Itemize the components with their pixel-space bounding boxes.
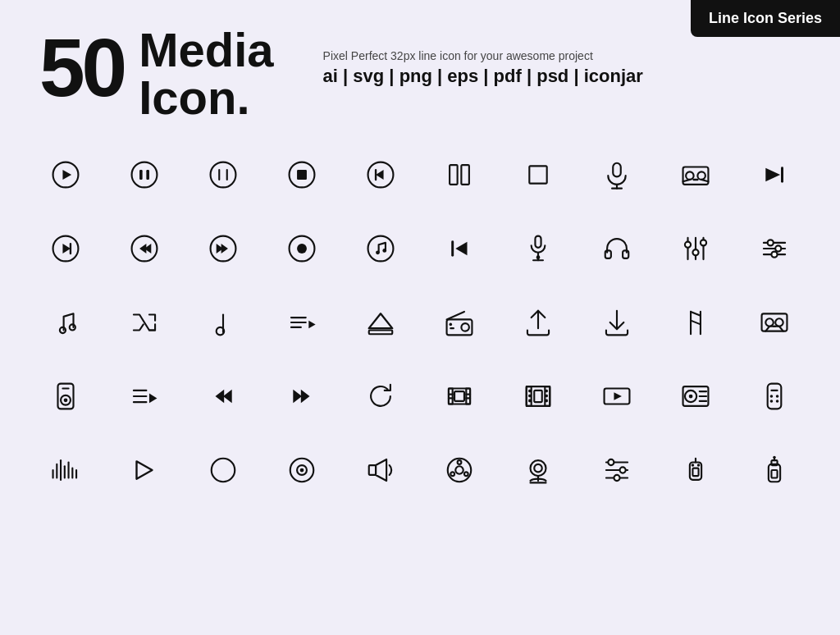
subtitle-block: Pixel Perfect 32px line icon for your aw… [323, 49, 643, 87]
svg-point-154 [620, 467, 626, 473]
radio-icon [420, 286, 499, 359]
svg-marker-94 [301, 390, 310, 404]
mixer-icon [578, 433, 656, 507]
svg-point-40 [382, 249, 386, 253]
music-note-icon [26, 286, 105, 359]
svg-rect-97 [466, 389, 470, 404]
svg-rect-16 [613, 163, 621, 177]
svg-point-58 [768, 240, 774, 245]
svg-point-62 [70, 324, 75, 330]
svg-marker-91 [216, 390, 225, 404]
cassette-icon [656, 138, 735, 212]
svg-rect-110 [545, 395, 548, 398]
svg-point-155 [614, 475, 619, 481]
mic-stand-icon [499, 212, 578, 286]
sliders-h-icon [735, 212, 814, 286]
title-block: Media Icon. [139, 26, 273, 121]
svg-point-39 [376, 250, 380, 254]
svg-rect-48 [623, 250, 628, 258]
pause-circle-icon [105, 138, 184, 212]
svg-point-117 [689, 395, 693, 399]
download-icon [578, 286, 656, 359]
svg-line-78 [691, 312, 701, 316]
svg-marker-28 [62, 244, 71, 254]
svg-point-54 [701, 240, 706, 245]
microphone-icon [578, 138, 656, 212]
svg-marker-93 [293, 390, 302, 404]
remote-icon [735, 359, 814, 433]
svg-point-165 [773, 456, 776, 459]
film-strip-icon [420, 359, 499, 433]
svg-rect-4 [146, 170, 149, 180]
svg-rect-108 [528, 400, 532, 403]
svg-marker-114 [614, 392, 622, 400]
sliders-v-icon [656, 212, 735, 286]
film-reel-icon [420, 433, 499, 507]
svg-point-2 [132, 162, 158, 188]
waveform-icon [26, 433, 105, 507]
music-note-circle-icon [341, 212, 420, 286]
music-flag-icon [656, 286, 735, 359]
svg-point-53 [692, 249, 698, 255]
svg-point-82 [775, 318, 783, 327]
svg-rect-112 [534, 391, 542, 402]
svg-marker-11 [376, 170, 384, 180]
svg-point-138 [300, 468, 304, 473]
svg-point-143 [458, 460, 462, 464]
replay-icon [341, 359, 420, 433]
svg-rect-157 [692, 468, 698, 477]
svg-rect-47 [605, 250, 611, 258]
storage-icon [656, 433, 735, 507]
svg-marker-140 [376, 459, 386, 481]
svg-line-73 [447, 312, 464, 320]
svg-rect-9 [297, 170, 307, 180]
stop-square-icon [499, 138, 578, 212]
skip-back-circle-icon [341, 138, 420, 212]
svg-point-125 [770, 400, 774, 403]
skip-back-icon [420, 212, 499, 286]
svg-point-46 [536, 255, 541, 259]
svg-point-20 [686, 171, 694, 180]
svg-rect-106 [528, 390, 532, 393]
title-icon: Icon. [139, 74, 273, 121]
svg-point-126 [776, 400, 779, 403]
svg-marker-35 [221, 244, 228, 254]
headphones-icon [578, 212, 656, 286]
film-reel-settings-icon [656, 359, 735, 433]
svg-line-79 [691, 321, 701, 325]
svg-point-38 [368, 236, 394, 262]
svg-marker-25 [765, 168, 780, 182]
svg-point-61 [60, 327, 66, 333]
svg-rect-13 [450, 165, 458, 185]
svg-marker-68 [308, 321, 315, 329]
svg-point-59 [775, 245, 781, 251]
skip-forward-circle-icon [26, 212, 105, 286]
svg-rect-43 [535, 236, 541, 248]
svg-marker-41 [455, 242, 467, 256]
svg-rect-14 [461, 165, 469, 185]
svg-point-153 [608, 459, 614, 465]
svg-line-23 [683, 180, 690, 181]
svg-point-81 [765, 318, 774, 327]
title-media: Media [139, 26, 273, 74]
svg-rect-162 [771, 470, 777, 478]
svg-marker-1 [62, 170, 71, 180]
fast-forward-circle-icon [184, 212, 262, 286]
svg-rect-109 [545, 390, 548, 393]
record-circle-icon [262, 212, 341, 286]
svg-rect-96 [449, 389, 453, 404]
fast-forward-icon [262, 359, 341, 433]
webcam-icon [499, 433, 578, 507]
icons-grid [0, 130, 840, 507]
svg-point-142 [455, 466, 463, 474]
columns-icon [420, 138, 499, 212]
svg-line-24 [701, 180, 708, 181]
film-holes-icon [499, 359, 578, 433]
svg-marker-134 [137, 461, 153, 478]
svg-point-85 [64, 398, 68, 402]
svg-marker-69 [369, 313, 393, 328]
svg-point-72 [461, 323, 469, 331]
svg-rect-139 [369, 465, 376, 475]
playlist-icon [262, 286, 341, 359]
svg-rect-15 [529, 166, 546, 183]
